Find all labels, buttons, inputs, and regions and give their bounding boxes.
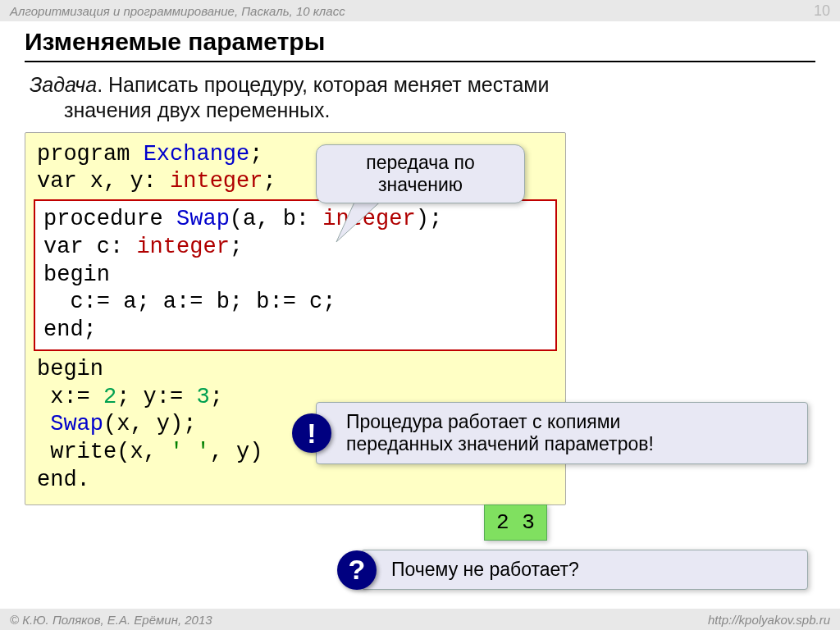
footer-bar: © К.Ю. Поляков, Е.А. Ерёмин, 2013 http:/… bbox=[0, 609, 840, 630]
code-line: end. bbox=[37, 467, 554, 495]
footer-url: http://kpolyakov.spb.ru bbox=[708, 613, 830, 627]
slide-title: Изменяемые параметры bbox=[25, 28, 815, 62]
note-line1: Процедура работает с копиями bbox=[346, 411, 794, 433]
question-badge-icon: ? bbox=[337, 550, 377, 590]
output-box: 2 3 bbox=[484, 504, 547, 541]
breadcrumb: Алгоритмизация и программирование, Паска… bbox=[10, 4, 345, 18]
note-text: Почему не работает? bbox=[391, 559, 794, 581]
task-line2: значения двух переменных. bbox=[30, 98, 815, 123]
code-line: var c: integer; bbox=[43, 234, 547, 262]
header-bar: Алгоритмизация и программирование, Паска… bbox=[0, 0, 840, 21]
callout-bubble: передача по значению bbox=[316, 144, 525, 203]
code-line: begin bbox=[37, 356, 554, 384]
info-note: ! Процедура работает с копиями переданны… bbox=[316, 402, 808, 464]
task-text: Задача. Написать процедуру, которая меня… bbox=[25, 72, 815, 124]
code-line: begin bbox=[43, 262, 547, 290]
bubble-line2: значению bbox=[330, 174, 511, 196]
note-line2: переданных значений параметров! bbox=[346, 433, 794, 455]
procedure-box: procedure Swap(a, b: integer); var c: in… bbox=[34, 199, 557, 351]
code-line: end; bbox=[43, 317, 547, 345]
task-label: Задача bbox=[30, 73, 97, 96]
page-number: 10 bbox=[814, 2, 830, 20]
question-note: ? Почему не работает? bbox=[361, 550, 808, 590]
code-line: procedure Swap(a, b: integer); bbox=[43, 206, 547, 234]
exclamation-badge-icon: ! bbox=[292, 413, 331, 453]
code-line: c:= a; a:= b; b:= c; bbox=[43, 289, 547, 317]
bubble-line1: передача по bbox=[330, 152, 511, 174]
task-line1: . Написать процедуру, которая меняет мес… bbox=[97, 73, 549, 96]
copyright: © К.Ю. Поляков, Е.А. Ерёмин, 2013 bbox=[10, 613, 212, 627]
